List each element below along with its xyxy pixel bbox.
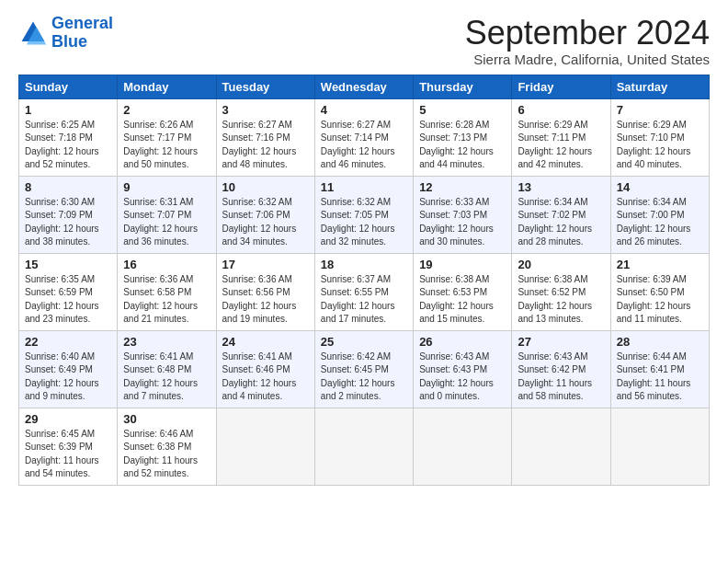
day-info: Sunrise: 6:31 AMSunset: 7:07 PMDaylight:… <box>123 196 210 249</box>
day-info: Sunrise: 6:35 AMSunset: 6:59 PMDaylight:… <box>25 273 111 327</box>
col-sunday: Sunday <box>19 75 118 98</box>
day-info: Sunrise: 6:41 AMSunset: 6:46 PMDaylight:… <box>222 350 309 404</box>
table-row <box>216 408 314 485</box>
day-number: 30 <box>123 412 210 426</box>
day-info: Sunrise: 6:26 AMSunset: 7:17 PMDaylight:… <box>123 119 210 172</box>
table-row: 15Sunrise: 6:35 AMSunset: 6:59 PMDayligh… <box>19 253 118 330</box>
logo-line2: Blue <box>51 32 87 51</box>
table-row: 10Sunrise: 6:32 AMSunset: 7:06 PMDayligh… <box>216 176 314 253</box>
table-row: 13Sunrise: 6:34 AMSunset: 7:02 PMDayligh… <box>512 176 610 253</box>
calendar-week-1: 1Sunrise: 6:25 AMSunset: 7:18 PMDaylight… <box>19 98 710 176</box>
day-info: Sunrise: 6:39 AMSunset: 6:50 PMDaylight:… <box>617 273 703 327</box>
table-row: 20Sunrise: 6:38 AMSunset: 6:52 PMDayligh… <box>512 253 610 330</box>
day-number: 1 <box>25 103 111 117</box>
table-row: 26Sunrise: 6:43 AMSunset: 6:43 PMDayligh… <box>414 330 512 408</box>
month-title: September 2024 <box>465 15 710 52</box>
col-wednesday: Wednesday <box>314 75 413 98</box>
table-row: 11Sunrise: 6:32 AMSunset: 7:05 PMDayligh… <box>314 176 413 253</box>
col-friday: Friday <box>512 75 610 98</box>
table-row: 24Sunrise: 6:41 AMSunset: 6:46 PMDayligh… <box>216 330 314 408</box>
day-info: Sunrise: 6:41 AMSunset: 6:48 PMDaylight:… <box>123 350 210 404</box>
day-info: Sunrise: 6:34 AMSunset: 7:02 PMDaylight:… <box>518 196 604 249</box>
day-number: 26 <box>419 335 506 349</box>
day-info: Sunrise: 6:38 AMSunset: 6:52 PMDaylight:… <box>518 273 604 327</box>
header: General Blue September 2024 Sierra Madre… <box>18 15 710 67</box>
table-row: 17Sunrise: 6:36 AMSunset: 6:56 PMDayligh… <box>216 253 314 330</box>
table-row: 14Sunrise: 6:34 AMSunset: 7:00 PMDayligh… <box>610 176 709 253</box>
day-number: 16 <box>123 258 210 271</box>
day-number: 21 <box>617 258 703 271</box>
day-number: 17 <box>222 258 309 271</box>
table-row: 27Sunrise: 6:43 AMSunset: 6:42 PMDayligh… <box>512 330 610 408</box>
day-number: 7 <box>617 103 703 117</box>
col-thursday: Thursday <box>414 75 512 98</box>
table-row <box>314 408 413 485</box>
day-number: 8 <box>25 180 111 194</box>
table-row: 18Sunrise: 6:37 AMSunset: 6:55 PMDayligh… <box>314 253 413 330</box>
day-info: Sunrise: 6:33 AMSunset: 7:03 PMDaylight:… <box>419 196 506 249</box>
day-number: 23 <box>123 335 210 349</box>
table-row: 5Sunrise: 6:28 AMSunset: 7:13 PMDaylight… <box>414 98 512 176</box>
day-info: Sunrise: 6:37 AMSunset: 6:55 PMDaylight:… <box>321 273 407 327</box>
table-row <box>512 408 610 485</box>
header-row: Sunday Monday Tuesday Wednesday Thursday… <box>19 75 710 98</box>
table-row: 22Sunrise: 6:40 AMSunset: 6:49 PMDayligh… <box>19 330 118 408</box>
day-number: 10 <box>222 180 309 194</box>
table-row <box>414 408 512 485</box>
day-number: 9 <box>123 180 210 194</box>
table-row: 16Sunrise: 6:36 AMSunset: 6:58 PMDayligh… <box>118 253 216 330</box>
day-info: Sunrise: 6:28 AMSunset: 7:13 PMDaylight:… <box>419 119 506 172</box>
day-info: Sunrise: 6:46 AMSunset: 6:38 PMDaylight:… <box>123 428 210 481</box>
day-info: Sunrise: 6:32 AMSunset: 7:06 PMDaylight:… <box>222 196 309 249</box>
day-number: 19 <box>419 258 506 271</box>
day-info: Sunrise: 6:43 AMSunset: 6:42 PMDaylight:… <box>518 350 604 404</box>
day-info: Sunrise: 6:42 AMSunset: 6:45 PMDaylight:… <box>321 350 407 404</box>
day-info: Sunrise: 6:44 AMSunset: 6:41 PMDaylight:… <box>617 350 703 404</box>
table-row: 29Sunrise: 6:45 AMSunset: 6:39 PMDayligh… <box>19 408 118 485</box>
day-number: 3 <box>222 103 309 117</box>
day-number: 2 <box>123 103 210 117</box>
day-info: Sunrise: 6:29 AMSunset: 7:10 PMDaylight:… <box>617 119 703 172</box>
day-info: Sunrise: 6:43 AMSunset: 6:43 PMDaylight:… <box>419 350 506 404</box>
day-info: Sunrise: 6:45 AMSunset: 6:39 PMDaylight:… <box>25 428 111 481</box>
logo: General Blue <box>18 15 113 52</box>
day-info: Sunrise: 6:30 AMSunset: 7:09 PMDaylight:… <box>25 196 111 249</box>
table-row: 7Sunrise: 6:29 AMSunset: 7:10 PMDaylight… <box>610 98 709 176</box>
day-info: Sunrise: 6:25 AMSunset: 7:18 PMDaylight:… <box>25 119 111 172</box>
table-row: 6Sunrise: 6:29 AMSunset: 7:11 PMDaylight… <box>512 98 610 176</box>
table-row: 28Sunrise: 6:44 AMSunset: 6:41 PMDayligh… <box>610 330 709 408</box>
day-info: Sunrise: 6:32 AMSunset: 7:05 PMDaylight:… <box>321 196 407 249</box>
day-number: 25 <box>321 335 407 349</box>
day-number: 28 <box>617 335 703 349</box>
col-saturday: Saturday <box>610 75 709 98</box>
logo-text: General Blue <box>51 15 113 52</box>
logo-line1: General <box>51 14 113 32</box>
day-number: 20 <box>518 258 604 271</box>
day-info: Sunrise: 6:27 AMSunset: 7:14 PMDaylight:… <box>321 119 407 172</box>
table-row <box>610 408 709 485</box>
table-row: 1Sunrise: 6:25 AMSunset: 7:18 PMDaylight… <box>19 98 118 176</box>
calendar-week-2: 8Sunrise: 6:30 AMSunset: 7:09 PMDaylight… <box>19 176 710 253</box>
table-row: 19Sunrise: 6:38 AMSunset: 6:53 PMDayligh… <box>414 253 512 330</box>
table-row: 12Sunrise: 6:33 AMSunset: 7:03 PMDayligh… <box>414 176 512 253</box>
day-number: 12 <box>419 180 506 194</box>
table-row: 2Sunrise: 6:26 AMSunset: 7:17 PMDaylight… <box>118 98 216 176</box>
calendar-week-3: 15Sunrise: 6:35 AMSunset: 6:59 PMDayligh… <box>19 253 710 330</box>
day-number: 5 <box>419 103 506 117</box>
calendar-week-4: 22Sunrise: 6:40 AMSunset: 6:49 PMDayligh… <box>19 330 710 408</box>
calendar-week-5: 29Sunrise: 6:45 AMSunset: 6:39 PMDayligh… <box>19 408 710 485</box>
page-container: General Blue September 2024 Sierra Madre… <box>0 0 728 495</box>
day-info: Sunrise: 6:40 AMSunset: 6:49 PMDaylight:… <box>25 350 111 404</box>
day-info: Sunrise: 6:34 AMSunset: 7:00 PMDaylight:… <box>617 196 703 249</box>
col-tuesday: Tuesday <box>216 75 314 98</box>
day-number: 4 <box>321 103 407 117</box>
table-row: 9Sunrise: 6:31 AMSunset: 7:07 PMDaylight… <box>118 176 216 253</box>
day-info: Sunrise: 6:29 AMSunset: 7:11 PMDaylight:… <box>518 119 604 172</box>
col-monday: Monday <box>118 75 216 98</box>
day-info: Sunrise: 6:27 AMSunset: 7:16 PMDaylight:… <box>222 119 309 172</box>
day-number: 14 <box>617 180 703 194</box>
day-number: 29 <box>25 412 111 426</box>
title-block: September 2024 Sierra Madre, California,… <box>465 15 710 67</box>
day-number: 6 <box>518 103 604 117</box>
day-number: 13 <box>518 180 604 194</box>
